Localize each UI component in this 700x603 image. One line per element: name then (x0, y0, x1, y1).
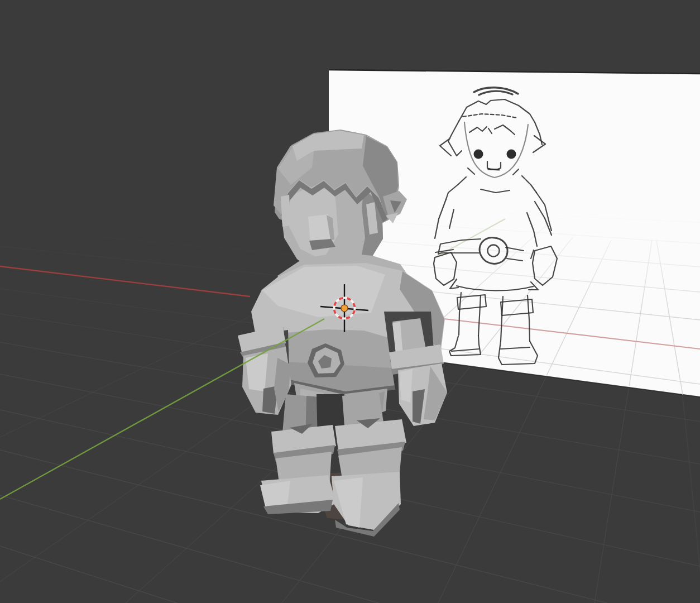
blender-window (0, 0, 700, 603)
sketch-mouth-bottom (488, 169, 499, 170)
sideburn-left (281, 195, 291, 227)
sketch-eye-left (474, 150, 483, 159)
viewport-3d[interactable] (0, 0, 700, 603)
origin-dot (342, 305, 348, 312)
hand-left-light (246, 353, 268, 391)
sketch-eye-right (507, 150, 516, 159)
